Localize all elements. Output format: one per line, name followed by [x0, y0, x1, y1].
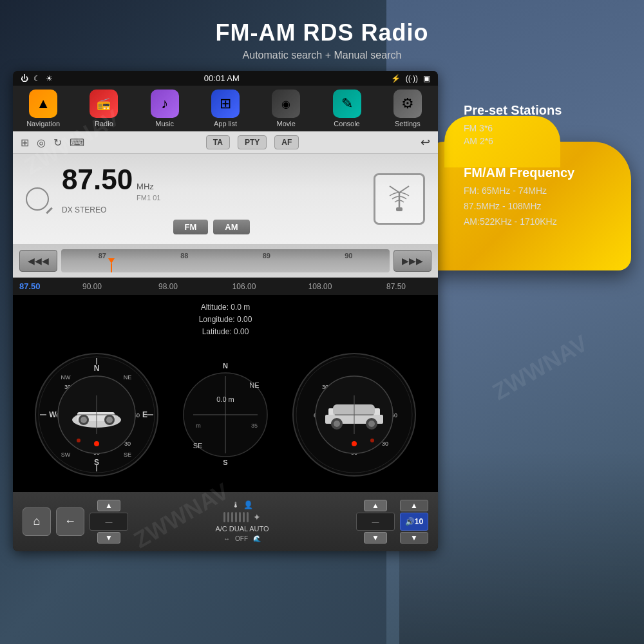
presets-bar: 87.50 90.00 98.00 106.00 108.00 87.50: [13, 278, 438, 295]
preset-fm-item: FM 3*6: [464, 123, 631, 133]
svg-text:m: m: [196, 422, 201, 429]
music-app-item[interactable]: ♪ Music: [135, 90, 195, 128]
temp-up-button[interactable]: ▲: [97, 500, 120, 511]
svg-point-59: [334, 421, 340, 427]
svg-rect-3: [396, 207, 402, 211]
nav-label: Navigation: [26, 120, 60, 128]
radio-app-item[interactable]: 📻 Radio: [73, 90, 134, 128]
equalizer-icon: ⊞: [21, 137, 29, 149]
latitude-label: Latitude: 0.00: [23, 326, 428, 338]
tuner-needle: [111, 263, 112, 272]
left-gauge: N S W E NE SE NW SW 90 90 60 60 30: [32, 350, 161, 479]
main-content: ZWWNAV ZWWNAV ZWWNAV FM-AM RDS Radio Aut…: [0, 0, 644, 564]
movie-app-item[interactable]: ◉ Movie: [256, 90, 316, 128]
radio-controls-bar: ⊞ ◎ ↻ ⌨ TA PTY AF ↩: [13, 131, 438, 154]
tuner-section: ◀◀◀ 87 88 89 90 ▶▶▶: [13, 244, 438, 278]
home-button[interactable]: ⌂: [23, 507, 51, 536]
ac-label: A/C DUAL AUTO: [215, 525, 269, 533]
vent-slider: ✦: [223, 512, 261, 522]
antenna-svg: [383, 183, 415, 215]
power-icon: ⏻: [21, 74, 28, 83]
prev-button[interactable]: ◀◀◀: [19, 250, 57, 272]
preset-3[interactable]: 106.00: [209, 282, 279, 291]
radio-icon: 📻: [90, 90, 118, 118]
climate-bar: ⌂ ← ▲ — ▼ 🌡 👤: [13, 492, 438, 551]
back-nav-button[interactable]: ←: [56, 507, 84, 536]
fm-button[interactable]: FM: [173, 220, 209, 234]
right-panel: Pre-set Stations FM 3*6 AM 2*6 FM/AM Fre…: [464, 103, 631, 246]
vent-line-2: [227, 512, 229, 522]
vent-line-6: [243, 512, 245, 522]
back-button[interactable]: ↩: [421, 135, 430, 149]
preset-active[interactable]: 87.50: [19, 281, 52, 291]
svg-point-63: [370, 439, 374, 442]
frequency-section: FM/AM Frequency FM: 65MHz - 74MHz 87.5MH…: [464, 166, 631, 227]
vol-display: 🔊 10: [400, 513, 428, 531]
af-button[interactable]: AF: [274, 135, 299, 149]
ac-sub-row: ↔ OFF 🌊: [223, 535, 261, 542]
preset-5[interactable]: 87.50: [361, 282, 431, 291]
altitude-label: Altitude: 0.0 m: [23, 301, 428, 314]
svg-text:E: E: [142, 410, 147, 419]
console-icon: ✎: [333, 90, 361, 118]
am-button[interactable]: AM: [213, 220, 249, 234]
pty-button[interactable]: PTY: [238, 135, 267, 149]
page-title: FM-AM RDS Radio: [13, 19, 631, 46]
console-app-item[interactable]: ✎ Console: [316, 90, 377, 128]
svg-text:S: S: [94, 458, 99, 467]
left-temp-control: ▲ — ▼: [90, 500, 128, 544]
frequency-title: FM/AM Frequency: [464, 166, 631, 180]
status-time: 00:01 AM: [204, 73, 240, 83]
svg-text:NE: NE: [124, 374, 132, 381]
seat-icon-2: ↔: [223, 535, 230, 542]
svg-text:30: 30: [382, 440, 388, 447]
wifi-icon: ((·)): [406, 74, 418, 83]
preset-1[interactable]: 90.00: [57, 282, 128, 291]
tuner-mark-90: 90: [345, 252, 352, 260]
applist-app-item[interactable]: ⊞ App list: [195, 90, 256, 128]
svg-point-30: [106, 417, 113, 423]
gps-info: Altitude: 0.0 m Longitude: 0.00 Latitude…: [23, 301, 428, 339]
compass-svg: N S NE SE 0.0 m m 35: [180, 350, 270, 479]
ac-controls: 🌡 👤 ✦ A/C DUAL AUTO ↔ OFF: [133, 500, 351, 542]
svg-text:N: N: [223, 362, 228, 370]
nav-app-item[interactable]: ▲ Navigation: [13, 90, 73, 128]
svg-text:SE: SE: [193, 442, 203, 450]
tuner-bar[interactable]: 87 88 89 90: [61, 249, 390, 272]
vent-line-4: [235, 512, 237, 522]
settings-label: Settings: [395, 120, 421, 128]
ta-button[interactable]: TA: [206, 135, 230, 149]
fan-icon: ✦: [253, 512, 261, 522]
antenna-icon: [374, 173, 425, 225]
freq-item-1: FM: 65MHz - 74MHz: [464, 185, 631, 196]
vent-line-1: [223, 512, 225, 522]
svg-text:30: 30: [124, 440, 131, 447]
vol-down-button[interactable]: ▼: [400, 532, 428, 544]
settings-app-item[interactable]: ⚙ Settings: [377, 90, 438, 128]
seat-icon: 👤: [243, 500, 253, 509]
watermark-2: ZWWNAV: [488, 330, 592, 406]
right-temp-up-button[interactable]: ▲: [364, 500, 387, 511]
frequency-value: 87.50: [62, 164, 133, 196]
preset-2[interactable]: 98.00: [133, 282, 204, 291]
preset-4[interactable]: 108.00: [285, 282, 355, 291]
vol-up-button[interactable]: ▲: [400, 500, 428, 511]
radio-label: Radio: [95, 120, 113, 128]
console-label: Console: [334, 120, 359, 128]
temp-down-button[interactable]: ▼: [97, 532, 120, 544]
tuner-mark-89: 89: [263, 252, 270, 260]
status-bar: ⏻ ☾ ☀ 00:01 AM ⚡ ((·)) ▣: [13, 71, 438, 86]
right-temp-down-button[interactable]: ▼: [364, 532, 387, 544]
next-button[interactable]: ▶▶▶: [393, 250, 431, 272]
frequency-unit: MHz FM1 01: [137, 182, 160, 203]
svg-line-2: [399, 186, 409, 193]
keyboard-icon: ⌨: [70, 137, 84, 149]
movie-label: Movie: [277, 120, 296, 128]
left-gauge-svg: N S W E NE SE NW SW 90 90 60 60 30: [32, 350, 161, 479]
temp-display: —: [90, 513, 128, 531]
svg-point-32: [77, 439, 80, 442]
off-label: OFF: [235, 535, 248, 542]
svg-point-31: [94, 441, 99, 446]
applist-icon: ⊞: [211, 90, 240, 118]
svg-text:S: S: [223, 459, 227, 466]
